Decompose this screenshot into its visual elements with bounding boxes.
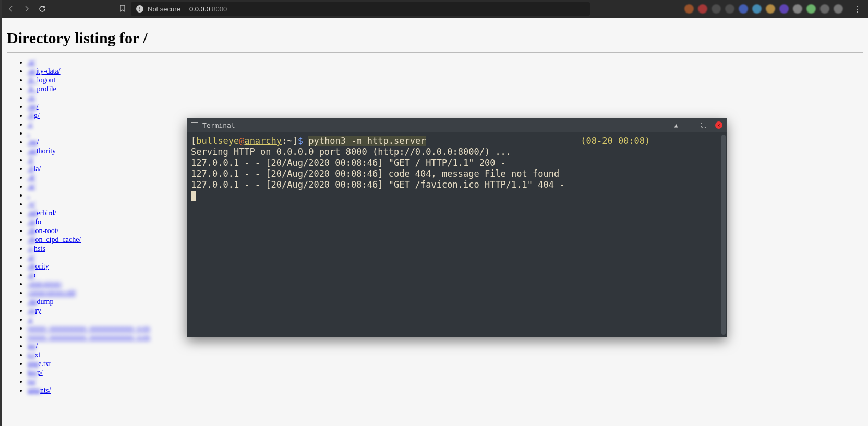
divider: [185, 5, 185, 13]
file-link[interactable]: uments/: [28, 386, 51, 394]
terminal-minimize-button[interactable]: —: [685, 120, 694, 130]
file-link[interactable]: ro/: [28, 378, 36, 385]
not-secure-icon: !: [136, 5, 143, 13]
file-link[interactable]: .ssion-errors.old: [28, 289, 75, 297]
file-link[interactable]: .h_logout: [28, 76, 55, 84]
file-link[interactable]: .fig/: [28, 112, 40, 119]
file-link[interactable]: .nderbird/: [28, 209, 56, 217]
file-link[interactable]: .thon-root/: [28, 227, 59, 235]
file-link[interactable]: .: [28, 129, 30, 137]
file-link[interactable]: .y/: [28, 200, 35, 208]
page-content: Directory listing for / .n/.acity-data/.…: [2, 18, 868, 426]
url-display: 0.0.0.0:8000: [189, 5, 227, 13]
bookmark-icon[interactable]: [117, 5, 128, 14]
file-link[interactable]: xxxxx_xxxxxxxxxx_xxxxxxxxxxxx_x.xx: [28, 324, 150, 332]
list-item: uments/: [28, 386, 863, 395]
file-link[interactable]: .l/: [28, 156, 33, 164]
terminal-up-button[interactable]: ▲: [671, 120, 681, 130]
forward-button[interactable]: [20, 3, 33, 15]
extension-icon[interactable]: [698, 4, 707, 14]
terminal-window[interactable]: Terminal - ▲ — ⛶ ✕ [bullseye@anarchy:~]$…: [187, 118, 727, 337]
list-item: .h_logout: [28, 76, 863, 84]
terminal-icon: [191, 122, 198, 128]
file-link[interactable]: .thority: [28, 262, 49, 270]
file-link[interactable]: .authority: [28, 147, 56, 155]
file-link[interactable]: .: [28, 191, 30, 199]
list-item: ies/: [28, 342, 863, 350]
file-link[interactable]: .ne/: [28, 103, 39, 111]
file-link[interactable]: .t-hsts: [28, 245, 45, 252]
file-link[interactable]: .sion-errors: [28, 280, 61, 288]
terminal-title: Terminal -: [202, 121, 667, 129]
file-link[interactable]: .e/: [28, 253, 35, 261]
list-item: e.txt: [28, 350, 863, 359]
file-link[interactable]: ies/: [28, 342, 38, 350]
file-link[interactable]: .npdump: [28, 298, 53, 306]
file-link[interactable]: .illa/: [28, 165, 41, 173]
extension-icon[interactable]: [779, 4, 789, 14]
file-link[interactable]: .tory: [28, 307, 41, 314]
file-link[interactable]: .thon_cipd_cache/: [28, 236, 81, 244]
extension-icon[interactable]: [820, 4, 829, 14]
list-item: .h_profile: [28, 84, 863, 93]
file-link[interactable]: .c: [28, 120, 33, 128]
file-link[interactable]: ktop/: [28, 369, 43, 376]
divider: [7, 52, 863, 53]
back-button[interactable]: [5, 3, 17, 15]
file-link[interactable]: .c: [28, 315, 33, 323]
file-link[interactable]: .acity-data/: [28, 67, 61, 75]
file-link[interactable]: .trc: [28, 271, 37, 279]
file-link[interactable]: enge.txt: [28, 360, 51, 368]
file-link[interactable]: .n/: [28, 58, 35, 66]
file-link[interactable]: .n/: [28, 182, 35, 190]
not-secure-label: Not secure: [148, 5, 180, 13]
file-link[interactable]: .4/: [28, 174, 35, 181]
file-link[interactable]: xxxxx_xxxxxxxxxx_xxxxxxxxxxxx_x.xx: [28, 333, 150, 341]
terminal-maximize-button[interactable]: ⛶: [698, 120, 708, 130]
file-link[interactable]: .h_profile: [28, 85, 56, 93]
extension-icon[interactable]: [725, 4, 734, 14]
list-item: enge.txt: [28, 359, 863, 368]
extension-icon[interactable]: [712, 4, 721, 14]
terminal-titlebar[interactable]: Terminal - ▲ — ⛶ ✕: [187, 118, 727, 132]
extension-icon[interactable]: [766, 4, 775, 14]
extension-icon[interactable]: [684, 4, 694, 14]
list-item: .acity-data/: [28, 67, 863, 76]
terminal-body[interactable]: [bullseye@anarchy:~]$ python3 -m http.se…: [187, 132, 727, 337]
address-bar[interactable]: ! Not secure 0.0.0.0:8000: [131, 2, 590, 16]
list-item: .ne/: [28, 102, 863, 111]
browser-toolbar: ! Not secure 0.0.0.0:8000 ⋮: [2, 0, 868, 18]
extension-icon[interactable]: [793, 4, 802, 14]
file-link[interactable]: e.txt: [28, 351, 41, 359]
page-title: Directory listing for /: [7, 29, 863, 47]
file-link[interactable]: .rc: [28, 94, 35, 102]
extension-icons: [684, 4, 847, 14]
list-item: ro/: [28, 377, 863, 386]
browser-menu-button[interactable]: ⋮: [850, 4, 865, 14]
reload-button[interactable]: [36, 3, 49, 15]
file-link[interactable]: .pg/: [28, 138, 39, 146]
extension-icon[interactable]: [834, 4, 843, 14]
list-item: ktop/: [28, 368, 863, 377]
extension-icon[interactable]: [806, 4, 816, 14]
list-item: .n/: [28, 58, 863, 67]
terminal-close-button[interactable]: ✕: [715, 121, 722, 129]
extension-icon[interactable]: [739, 4, 748, 14]
extension-icon[interactable]: [752, 4, 762, 14]
list-item: .rc: [28, 93, 863, 102]
file-link[interactable]: .info: [28, 218, 41, 226]
